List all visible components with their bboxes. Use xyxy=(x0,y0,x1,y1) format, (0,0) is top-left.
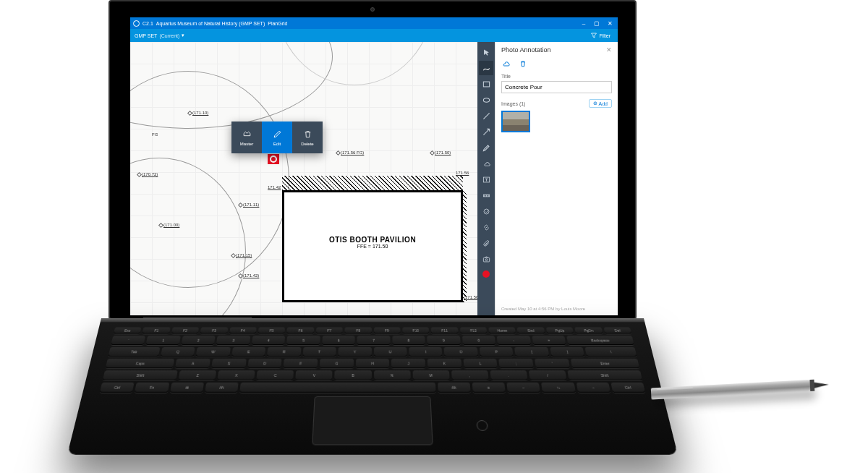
key[interactable]: Ctrl xyxy=(100,383,135,393)
key[interactable]: F9 xyxy=(374,327,401,333)
fingerprint-reader[interactable] xyxy=(476,420,488,431)
key[interactable]: Z xyxy=(179,370,217,380)
close-button[interactable]: ✕ xyxy=(605,20,615,27)
plan-canvas[interactable]: (171.10) FG (170.72) (171.00) (171.11) (… xyxy=(130,42,495,315)
key[interactable]: , xyxy=(451,370,489,380)
key[interactable]: / xyxy=(529,370,567,380)
key[interactable]: 7 xyxy=(357,336,391,345)
set-name[interactable]: GMP SET xyxy=(135,33,157,38)
trackpad[interactable] xyxy=(312,396,433,446)
key[interactable]: D xyxy=(247,359,282,368)
key[interactable]: X xyxy=(218,370,255,380)
key[interactable]: ; xyxy=(499,359,534,368)
key[interactable]: W xyxy=(196,347,231,357)
key[interactable]: M xyxy=(412,370,449,380)
cursor-tool[interactable] xyxy=(479,45,493,59)
key[interactable]: F10 xyxy=(402,327,429,333)
key[interactable]: L xyxy=(463,359,498,368)
key[interactable]: → xyxy=(576,383,610,393)
key[interactable]: ⊞ xyxy=(170,383,204,393)
key[interactable]: F2 xyxy=(171,327,199,333)
key[interactable]: \ xyxy=(585,347,637,357)
chevron-down-icon[interactable]: ▾ xyxy=(182,33,184,38)
text-tool[interactable] xyxy=(479,172,493,187)
key[interactable]: Shift xyxy=(567,370,642,380)
key[interactable]: 3 xyxy=(216,336,250,345)
key[interactable]: . xyxy=(490,370,527,380)
key[interactable]: E xyxy=(231,347,265,357)
cloud-tool[interactable] xyxy=(479,156,493,171)
key[interactable]: F4 xyxy=(229,327,257,333)
key[interactable]: F3 xyxy=(200,327,228,333)
key[interactable]: Alt xyxy=(437,383,470,393)
minimize-button[interactable]: – xyxy=(579,20,589,27)
key[interactable]: [ xyxy=(514,347,549,357)
key[interactable]: Ctrl xyxy=(610,383,645,393)
title-input[interactable] xyxy=(501,81,612,93)
key[interactable]: Shift xyxy=(103,370,178,380)
key[interactable]: - xyxy=(497,336,531,345)
key[interactable]: U xyxy=(374,347,407,357)
key[interactable]: Backspace xyxy=(566,336,634,345)
link-tool[interactable] xyxy=(479,220,493,234)
key[interactable]: O xyxy=(444,347,478,357)
key[interactable]: 9 xyxy=(427,336,460,345)
key[interactable]: T xyxy=(302,347,336,357)
key[interactable]: K xyxy=(427,359,461,368)
key[interactable]: V xyxy=(296,370,333,380)
key[interactable]: H xyxy=(356,359,390,368)
key[interactable]: S xyxy=(211,359,246,368)
camera-tool[interactable] xyxy=(479,252,493,266)
image-thumbnail[interactable] xyxy=(501,111,530,132)
key[interactable]: P xyxy=(480,347,514,357)
key[interactable]: ↑↓ xyxy=(541,383,575,393)
maximize-button[interactable]: ▢ xyxy=(592,20,602,27)
key[interactable]: C xyxy=(257,370,294,380)
attachment-tool[interactable] xyxy=(479,236,493,250)
key[interactable]: Q xyxy=(161,347,195,357)
key[interactable]: ' xyxy=(535,359,570,368)
key[interactable]: I xyxy=(409,347,442,357)
ellipse-tool[interactable] xyxy=(479,93,493,107)
key[interactable]: F xyxy=(284,359,318,368)
key[interactable]: F8 xyxy=(345,327,372,333)
add-image-button[interactable]: ⊕ Add xyxy=(589,99,612,108)
stamp-tool[interactable] xyxy=(479,204,493,218)
key[interactable]: ≡ xyxy=(472,383,505,393)
key[interactable]: B xyxy=(335,370,372,380)
key[interactable]: Y xyxy=(338,347,371,357)
master-button[interactable]: Master xyxy=(231,122,262,153)
key[interactable]: F7 xyxy=(316,327,343,333)
key[interactable]: 2 xyxy=(182,336,216,345)
key[interactable]: Del xyxy=(603,327,631,333)
key[interactable]: = xyxy=(532,336,566,345)
delete-button[interactable]: Delete xyxy=(292,122,323,153)
key[interactable]: ` xyxy=(111,336,145,345)
key[interactable]: PgDn xyxy=(575,327,603,333)
key[interactable]: Caps xyxy=(106,359,175,368)
key[interactable]: J xyxy=(391,359,425,368)
photo-annotation-marker[interactable] xyxy=(268,154,279,164)
key[interactable]: Alt xyxy=(205,383,239,393)
key[interactable]: ← xyxy=(506,383,540,393)
key[interactable]: N xyxy=(374,370,411,380)
edit-button[interactable]: Edit xyxy=(262,122,292,153)
key[interactable]: 5 xyxy=(286,336,320,345)
key[interactable]: F1 xyxy=(142,327,171,333)
key[interactable]: Esc xyxy=(114,327,142,333)
key[interactable]: F12 xyxy=(460,327,488,333)
key[interactable] xyxy=(239,383,435,393)
key[interactable]: ] xyxy=(550,347,584,357)
filter-button[interactable]: Filter xyxy=(588,33,613,39)
key[interactable]: R xyxy=(267,347,301,357)
key[interactable]: F5 xyxy=(258,327,286,333)
key[interactable]: PgUp xyxy=(546,327,574,333)
key[interactable]: Tab xyxy=(109,347,161,357)
key[interactable]: 6 xyxy=(322,336,355,345)
key[interactable]: 8 xyxy=(392,336,425,345)
key[interactable]: Home xyxy=(488,327,516,333)
arrow-tool[interactable] xyxy=(479,124,493,139)
key[interactable]: F11 xyxy=(431,327,458,333)
close-panel-button[interactable]: ✕ xyxy=(606,46,612,54)
rectangle-tool[interactable] xyxy=(479,77,493,91)
